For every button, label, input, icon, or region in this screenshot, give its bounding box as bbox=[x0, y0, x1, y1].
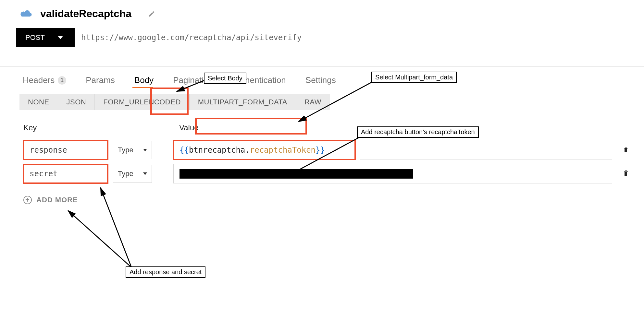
cloud-icon bbox=[19, 9, 32, 19]
type-label: Type bbox=[118, 146, 133, 154]
url-input[interactable] bbox=[75, 28, 631, 47]
tab-settings[interactable]: Settings bbox=[302, 73, 339, 90]
annotation-add-keys: Add response and secret bbox=[126, 266, 205, 278]
value-input[interactable] bbox=[173, 164, 612, 183]
add-more-button[interactable]: + ADD MORE bbox=[23, 196, 631, 204]
trash-icon bbox=[622, 146, 630, 153]
pencil-icon bbox=[148, 10, 155, 18]
annotation-add-token: Add recaptcha button's recaptchaToken bbox=[357, 126, 479, 138]
http-method-select[interactable]: POST bbox=[16, 28, 75, 47]
type-select[interactable]: Type bbox=[113, 141, 152, 159]
add-more-label: ADD MORE bbox=[36, 196, 78, 204]
annotation-select-multipart: Select Multipart_form_data bbox=[371, 72, 457, 83]
edit-title-button[interactable] bbox=[147, 9, 156, 18]
tab-headers[interactable]: Headers 1 bbox=[19, 73, 69, 90]
binding-close: }} bbox=[316, 146, 325, 155]
tab-label: Headers bbox=[23, 75, 55, 85]
form-data-section: Key Value response Type {{btnrecaptcha.r… bbox=[0, 110, 644, 204]
binding-property: recaptchaToken bbox=[250, 146, 316, 155]
svg-line-4 bbox=[68, 211, 131, 267]
tab-label: Body bbox=[134, 75, 154, 85]
column-header-key: Key bbox=[23, 123, 179, 132]
chevron-down-icon bbox=[143, 172, 147, 175]
type-select[interactable]: Type bbox=[113, 165, 152, 183]
trash-icon bbox=[622, 169, 630, 177]
column-header-value: Value bbox=[179, 123, 199, 132]
tab-params[interactable]: Params bbox=[82, 73, 118, 90]
key-input[interactable]: secret bbox=[23, 164, 108, 183]
chevron-down-icon bbox=[58, 36, 63, 39]
tab-label: Params bbox=[86, 75, 115, 85]
body-type-none[interactable]: NONE bbox=[19, 94, 58, 110]
tab-label: Settings bbox=[305, 75, 336, 85]
body-type-subtabs: NONE JSON FORM_URLENCODED MULTIPART_FORM… bbox=[19, 94, 330, 110]
body-type-json[interactable]: JSON bbox=[58, 94, 95, 110]
redacted-value bbox=[180, 169, 413, 179]
http-method-label: POST bbox=[25, 33, 45, 42]
api-title: validateRecaptcha bbox=[40, 8, 131, 20]
kv-column-headers: Key Value bbox=[23, 123, 631, 132]
delete-row-button[interactable] bbox=[622, 169, 631, 178]
binding-open: {{ bbox=[180, 146, 189, 155]
binding-object: btnrecaptcha bbox=[189, 146, 245, 155]
type-label: Type bbox=[118, 170, 133, 178]
form-data-row: secret Type bbox=[23, 164, 631, 183]
headers-count-badge: 1 bbox=[58, 76, 66, 85]
tabs-row: Headers 1 Params Body Pagination Authent… bbox=[0, 67, 644, 90]
header-row: validateRecaptcha bbox=[0, 0, 644, 25]
value-input-extension[interactable] bbox=[360, 141, 612, 159]
method-url-row: POST bbox=[16, 28, 631, 47]
value-input[interactable]: {{btnrecaptcha.recaptchaToken}} bbox=[173, 141, 355, 159]
plus-icon: + bbox=[23, 196, 32, 204]
delete-row-button[interactable] bbox=[622, 146, 631, 155]
body-type-raw[interactable]: RAW bbox=[296, 94, 330, 110]
form-data-row: response Type {{btnrecaptcha.recaptchaTo… bbox=[23, 141, 631, 159]
annotation-select-body: Select Body bbox=[204, 73, 246, 84]
key-input[interactable]: response bbox=[23, 141, 108, 159]
body-type-multipart[interactable]: MULTIPART_FORM_DATA bbox=[190, 94, 296, 110]
chevron-down-icon bbox=[143, 149, 147, 151]
body-type-form-urlencoded[interactable]: FORM_URLENCODED bbox=[95, 94, 190, 110]
tab-body[interactable]: Body bbox=[131, 73, 157, 90]
